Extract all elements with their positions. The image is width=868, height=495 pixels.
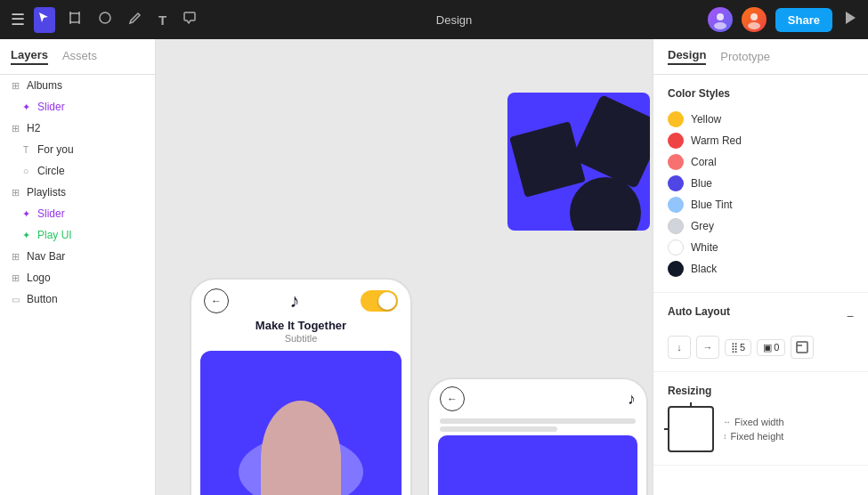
comment-tool[interactable] xyxy=(179,7,200,33)
svg-rect-11 xyxy=(797,342,807,353)
color-swatch-blue-tint xyxy=(668,197,684,213)
layer-item-circle[interactable]: ○ Circle xyxy=(0,160,155,182)
phone1-image-area xyxy=(200,351,402,495)
layer-item-button[interactable]: ▭ Button xyxy=(0,288,155,310)
resize-label-height: ↕ Fixed height xyxy=(723,431,784,442)
toggle-1[interactable] xyxy=(361,290,398,312)
layer-name-h2: H2 xyxy=(27,122,146,134)
layers-sidebar: Layers Assets ⊞ Albums ✦ Slider ⊞ H2 T F… xyxy=(0,39,156,495)
text-icon-for-you: T xyxy=(20,145,32,155)
share-button[interactable]: Share xyxy=(775,8,832,32)
phone2-bars xyxy=(429,418,646,435)
color-name-black: Black xyxy=(691,263,717,275)
music-icon-1: ♪ xyxy=(290,289,300,312)
color-item-yellow[interactable]: Yellow xyxy=(668,109,854,130)
color-item-white[interactable]: White xyxy=(668,237,854,258)
phone-mockup-1: ← ♪ Make It Together Subtitle xyxy=(190,278,412,495)
color-swatch-blue xyxy=(668,175,684,191)
sidebar-tabs: Layers Assets xyxy=(0,39,155,75)
layer-item-playlists[interactable]: ⊞ Playlists xyxy=(0,182,155,203)
toggle-area-1 xyxy=(361,290,398,312)
svg-point-5 xyxy=(100,12,110,23)
toggle-knob-1 xyxy=(378,292,396,310)
mode-label: Design xyxy=(436,13,472,27)
color-item-black[interactable]: Black xyxy=(668,258,854,280)
auto-layout-minus[interactable]: − xyxy=(847,309,854,323)
layer-item-logo[interactable]: ⊞ Logo xyxy=(0,267,155,288)
abstract-card xyxy=(507,93,650,231)
back-button-1[interactable]: ← xyxy=(204,288,229,313)
phone1-title: Make It Together xyxy=(191,319,410,332)
layout-count-input[interactable]: ▣ 0 xyxy=(757,339,785,356)
layer-name-for-you: For you xyxy=(37,143,146,156)
spacing-icon: ⣿ xyxy=(731,342,738,353)
pen-tool[interactable] xyxy=(125,7,146,33)
svg-rect-0 xyxy=(70,13,79,22)
auto-layout-header: Auto Layout − xyxy=(668,305,854,327)
color-name-grey: Grey xyxy=(691,220,714,232)
color-item-warm-red[interactable]: Warm Red xyxy=(668,130,854,151)
resizing-content: ↔ Fixed width ↕ Fixed height xyxy=(668,406,854,452)
tab-assets[interactable]: Assets xyxy=(62,49,97,64)
text-tool[interactable]: T xyxy=(155,9,170,31)
color-name-blue-tint: Blue Tint xyxy=(691,199,733,211)
fixed-width-icon: ↔ xyxy=(723,418,731,426)
present-icon[interactable] xyxy=(841,10,857,29)
grid-icon-playlists: ⊞ xyxy=(9,187,21,199)
color-styles-title: Color Styles xyxy=(668,87,854,100)
layer-item-play-ui[interactable]: ✦ Play UI xyxy=(0,224,155,246)
color-item-blue-tint[interactable]: Blue Tint xyxy=(668,194,854,215)
toolbar: ☰ T Design Share xyxy=(0,0,868,39)
layer-item-h2[interactable]: ⊞ H2 xyxy=(0,118,155,139)
abstract-shape-2 xyxy=(509,121,586,198)
color-name-warm-red: Warm Red xyxy=(691,134,742,147)
component-icon-play-ui: ✦ xyxy=(20,230,32,241)
layout-btn-right[interactable]: → xyxy=(696,336,719,359)
phone2-header: ← ♪ xyxy=(429,379,646,418)
layer-item-albums[interactable]: ⊞ Albums xyxy=(0,75,155,96)
tab-design[interactable]: Design xyxy=(668,48,706,65)
resizing-title: Resizing xyxy=(668,385,854,397)
main-area: Layers Assets ⊞ Albums ✦ Slider ⊞ H2 T F… xyxy=(0,39,868,495)
resize-label-width: ↔ Fixed width xyxy=(723,417,784,427)
svg-point-9 xyxy=(748,22,760,29)
color-item-grey[interactable]: Grey xyxy=(668,215,854,237)
auto-layout-controls: ↓ → ⣿ 5 ▣ 0 xyxy=(668,336,854,359)
hamburger-icon[interactable]: ☰ xyxy=(11,10,25,29)
color-item-coral[interactable]: Coral xyxy=(668,151,854,173)
toolbar-center: Design xyxy=(207,13,701,27)
resize-box xyxy=(668,406,714,452)
layer-name-play-ui: Play UI xyxy=(37,229,146,241)
cursor-tool[interactable] xyxy=(34,7,55,33)
frame-tool[interactable] xyxy=(64,7,85,33)
color-name-coral: Coral xyxy=(691,156,717,168)
canvas[interactable]: ← ♪ Make It Together Subtitle ← ♪ xyxy=(156,39,653,495)
color-styles-section: Color Styles Yellow Warm Red Coral Blue … xyxy=(653,75,868,293)
circle-tool[interactable] xyxy=(94,7,116,33)
layer-item-nav-bar[interactable]: ⊞ Nav Bar xyxy=(0,246,155,267)
tab-layers[interactable]: Layers xyxy=(11,48,48,65)
svg-point-7 xyxy=(714,22,726,29)
svg-marker-10 xyxy=(846,12,856,24)
grid-icon-logo: ⊞ xyxy=(9,272,21,284)
phone1-header: ← ♪ xyxy=(191,280,410,319)
layout-spacing-input[interactable]: ⣿ 5 xyxy=(725,339,751,356)
layer-name-slider2: Slider xyxy=(37,207,146,220)
layout-btn-wrap[interactable] xyxy=(791,336,814,359)
tab-prototype[interactable]: Prototype xyxy=(720,50,770,63)
auto-layout-title: Auto Layout xyxy=(668,305,730,318)
svg-point-8 xyxy=(750,13,758,20)
color-item-blue[interactable]: Blue xyxy=(668,173,854,194)
color-name-yellow: Yellow xyxy=(691,113,721,126)
bar-line-1 xyxy=(440,418,636,424)
back-button-2[interactable]: ← xyxy=(440,386,465,411)
layer-item-slider1[interactable]: ✦ Slider xyxy=(0,96,155,118)
layer-item-slider2[interactable]: ✦ Slider xyxy=(0,203,155,224)
phone-mockup-2: ← ♪ xyxy=(427,377,648,495)
layer-name-playlists: Playlists xyxy=(27,186,146,199)
fixed-height-label: Fixed height xyxy=(731,431,784,442)
avatar-1 xyxy=(708,7,733,32)
layout-btn-down[interactable]: ↓ xyxy=(668,336,691,359)
resizing-section: Resizing ↔ Fixed width ↕ Fixed height xyxy=(653,372,868,466)
layer-item-for-you[interactable]: T For you xyxy=(0,139,155,160)
